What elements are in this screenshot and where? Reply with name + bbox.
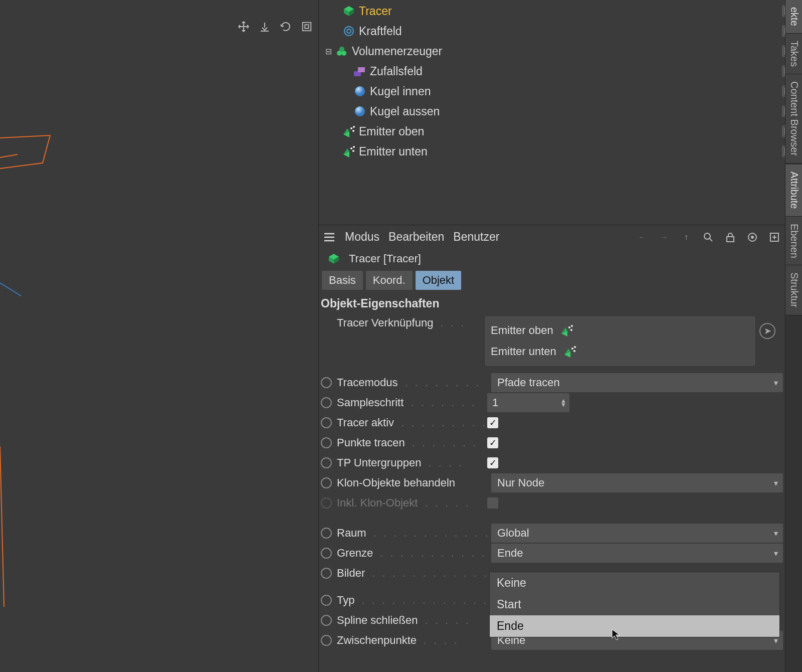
dropdown-raum[interactable]: Global▾ xyxy=(491,524,783,543)
target-icon[interactable] xyxy=(746,231,759,244)
dropdown-popup-grenze[interactable]: Keine Start Ende xyxy=(489,572,780,637)
tab-basis[interactable]: Basis xyxy=(322,271,363,290)
emitter-icon xyxy=(560,324,573,337)
link-item[interactable]: Emitter unten xyxy=(491,341,749,362)
prop-label: Inkl. Klon-Objekt . . . . . xyxy=(337,496,487,510)
tree-label[interactable]: Tracer xyxy=(359,5,392,18)
anim-dot[interactable] xyxy=(321,615,332,626)
tab-koord[interactable]: Koord. xyxy=(366,271,413,290)
side-tab-content[interactable]: Content Browser xyxy=(785,74,802,163)
side-tab-takes[interactable]: Takes xyxy=(785,34,802,74)
checkbox-punkte-tracen[interactable]: ✓ xyxy=(487,437,498,448)
menu-benutzer[interactable]: Benutzer xyxy=(453,230,499,244)
side-tab-struktur[interactable]: Struktur xyxy=(785,265,802,315)
prop-label: Raum . . . . . . . . . . . . . xyxy=(337,527,487,540)
lock-icon[interactable] xyxy=(724,231,737,244)
nav-back-icon[interactable]: ← xyxy=(636,231,649,244)
search-icon[interactable] xyxy=(702,231,715,244)
move-icon[interactable] xyxy=(236,19,251,34)
prop-tracemodus: Tracemodus . . . . . . . . Pfade tracen▾ xyxy=(319,373,785,393)
tree-row-emitter-oben[interactable]: Emitter oben ••✓ xyxy=(321,121,783,141)
anim-dot[interactable] xyxy=(321,457,332,468)
link-list[interactable]: Emitter oben Emitter unten ➤ xyxy=(485,316,755,366)
checkbox-tracer-aktiv[interactable]: ✓ xyxy=(487,417,498,428)
svg-point-48 xyxy=(574,346,576,348)
anim-dot[interactable] xyxy=(321,437,332,448)
prop-punkte-tracen: Punkte tracen . . . . . . . ✓ xyxy=(319,433,785,453)
anim-dot xyxy=(321,497,332,509)
tree-row-emitter-unten[interactable]: Emitter unten ••✓ xyxy=(321,141,783,161)
prop-label: Spline schließen . . . . . xyxy=(337,614,487,627)
attr-title-text: Tracer [Tracer] xyxy=(349,252,421,265)
svg-point-43 xyxy=(571,325,573,327)
tree-label[interactable]: Kraftfeld xyxy=(359,25,402,38)
anim-dot[interactable] xyxy=(321,397,332,408)
tree-row-zufallsfeld[interactable]: Zufallsfeld ••✓ xyxy=(321,61,783,81)
tree-row-volumenerzeuger[interactable]: ⊟ Volumenerzeuger ••✓ xyxy=(321,41,783,61)
tree-row-kraftfeld[interactable]: Kraftfeld ••✓ xyxy=(321,21,783,41)
nav-up-icon[interactable]: ↑ xyxy=(680,231,693,244)
viewport-wireframe xyxy=(0,135,55,386)
link-item[interactable]: Emitter oben xyxy=(491,320,749,341)
volume-icon xyxy=(335,44,349,58)
anim-dot[interactable] xyxy=(321,417,332,428)
anim-dot[interactable] xyxy=(321,477,332,488)
menu-bearbeiten[interactable]: Bearbeiten xyxy=(388,230,444,244)
prop-tracer-link: Tracer Verknüpfung . . . Emitter oben Em… xyxy=(319,313,785,366)
dropdown-grenze[interactable]: Ende▾ xyxy=(491,544,783,563)
tree-label[interactable]: Emitter unten xyxy=(359,145,428,158)
checkbox-tp-unter[interactable]: ✓ xyxy=(487,457,498,468)
tree-label[interactable]: Zufallsfeld xyxy=(370,65,423,78)
sphere-icon xyxy=(353,84,367,98)
tree-row-tracer[interactable]: Tracer •• ✓ xyxy=(321,1,783,21)
hamburger-icon[interactable] xyxy=(323,231,336,244)
anim-dot[interactable] xyxy=(321,528,332,539)
tree-row-kugel-aussen[interactable]: Kugel aussen ••✓ xyxy=(321,101,783,121)
rotate-icon[interactable] xyxy=(278,19,293,34)
dropdown-option-keine[interactable]: Keine xyxy=(490,572,779,594)
pick-arrow-icon[interactable]: ➤ xyxy=(759,323,775,339)
prop-label: Tracer Verknüpfung . . . xyxy=(337,316,477,329)
new-window-icon[interactable] xyxy=(768,231,781,244)
side-tab-objekte[interactable]: ekte xyxy=(785,0,802,34)
side-tab-ebenen[interactable]: Ebenen xyxy=(785,217,802,266)
dropdown-tracemodus[interactable]: Pfade tracen▾ xyxy=(491,373,783,392)
link-label: Emitter oben xyxy=(491,324,553,337)
svg-point-16 xyxy=(355,86,365,96)
dropdown-option-ende[interactable]: Ende xyxy=(490,615,779,637)
anim-dot[interactable] xyxy=(321,548,332,559)
svg-point-44 xyxy=(570,329,572,331)
object-manager[interactable]: Tracer •• ✓ Kraftfeld ••✓ ⊟ Volumenerzeu… xyxy=(319,0,785,225)
object-tree[interactable]: Tracer •• ✓ Kraftfeld ••✓ ⊟ Volumenerzeu… xyxy=(319,0,785,162)
tree-label[interactable]: Kugel innen xyxy=(370,85,431,98)
svg-point-22 xyxy=(350,127,352,129)
tree-label[interactable]: Emitter oben xyxy=(359,125,424,138)
prop-klon-behandeln: Klon-Objekte behandeln Nur Node▾ xyxy=(319,473,785,493)
frame-icon[interactable] xyxy=(299,19,314,34)
anim-dot[interactable] xyxy=(321,568,332,579)
number-sampleschritt[interactable]: 1▲▼ xyxy=(487,393,569,412)
tree-row-kugel-innen[interactable]: Kugel innen ••✓ xyxy=(321,81,783,101)
svg-rect-0 xyxy=(303,23,311,31)
svg-point-47 xyxy=(571,348,573,350)
viewport[interactable] xyxy=(0,0,319,672)
nav-fwd-icon[interactable]: → xyxy=(658,231,671,244)
tab-objekt[interactable]: Objekt xyxy=(416,271,462,290)
menu-modus[interactable]: Modus xyxy=(345,230,379,244)
prop-grenze: Grenze . . . . . . . . . . . . Ende▾ xyxy=(319,543,785,563)
prop-label: Typ . . . . . . . . . . . . . . . xyxy=(337,594,487,607)
zoom-icon[interactable] xyxy=(257,19,272,34)
attribute-manager[interactable]: Modus Bearbeiten Benutzer ← → ↑ Tracer [… xyxy=(319,225,785,672)
dropdown-klon-behandeln[interactable]: Nur Node▾ xyxy=(491,473,783,492)
side-tab-attribute[interactable]: Attribute xyxy=(785,164,802,216)
tree-label[interactable]: Volumenerzeuger xyxy=(352,45,442,58)
anim-dot[interactable] xyxy=(321,635,332,646)
expand-icon[interactable]: ⊟ xyxy=(325,47,332,56)
tracer-icon xyxy=(342,4,356,18)
forcefield-icon xyxy=(342,24,356,38)
emitter-icon xyxy=(563,346,576,358)
anim-dot[interactable] xyxy=(321,377,332,388)
anim-dot[interactable] xyxy=(321,595,332,606)
tree-label[interactable]: Kugel aussen xyxy=(370,105,440,118)
dropdown-option-start[interactable]: Start xyxy=(490,594,779,615)
